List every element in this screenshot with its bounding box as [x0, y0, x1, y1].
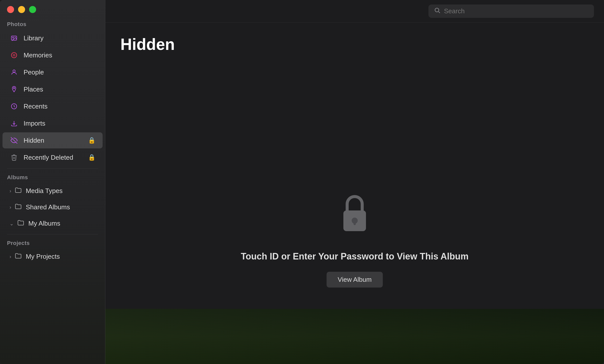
my-albums-label: My Albums	[28, 220, 60, 227]
my-albums-chevron: ⌄	[10, 221, 14, 227]
sidebar-item-library-label: Library	[24, 34, 96, 42]
svg-rect-13	[354, 221, 356, 225]
my-projects-chevron: ›	[10, 254, 11, 259]
people-icon	[10, 68, 19, 77]
media-types-folder-icon	[15, 187, 22, 195]
sidebar-item-people-label: People	[24, 68, 96, 76]
sidebar-item-recents[interactable]: Recents	[3, 98, 103, 114]
imports-icon	[10, 119, 19, 128]
lock-message: Touch ID or Enter Your Password to View …	[241, 251, 469, 262]
svg-point-4	[13, 70, 15, 72]
sidebar-item-hidden-label: Hidden	[24, 137, 83, 144]
sidebar-item-memories[interactable]: Memories	[3, 47, 103, 63]
sidebar-item-imports-label: Imports	[24, 120, 96, 127]
shared-albums-label: Shared Albums	[26, 203, 70, 211]
search-input[interactable]	[444, 7, 588, 15]
search-icon	[434, 7, 440, 15]
big-lock-icon	[335, 190, 375, 241]
svg-point-5	[14, 87, 15, 89]
sidebar-group-my-albums[interactable]: ⌄ My Albums	[3, 216, 103, 231]
hidden-lock-icon: 🔒	[88, 137, 96, 144]
svg-point-1	[13, 37, 14, 38]
library-icon	[10, 34, 19, 43]
svg-line-10	[438, 12, 440, 13]
toolbar	[105, 0, 604, 23]
shared-albums-folder-icon	[15, 203, 22, 211]
projects-section-label: Projects	[0, 237, 105, 248]
sidebar-item-memories-label: Memories	[24, 51, 96, 59]
divider-albums	[7, 168, 98, 169]
hidden-icon	[10, 136, 19, 145]
my-projects-label: My Projects	[26, 253, 60, 260]
sidebar-item-places-label: Places	[24, 85, 96, 93]
sidebar-group-media-types[interactable]: › Media Types	[3, 183, 103, 199]
sidebar-item-people[interactable]: People	[3, 64, 103, 80]
sidebar-item-places[interactable]: Places	[3, 81, 103, 97]
svg-point-9	[435, 8, 439, 12]
main-content: Hidden Touch ID or Enter Your Password t…	[105, 0, 604, 364]
svg-point-3	[13, 54, 15, 56]
maximize-button[interactable]	[29, 6, 36, 13]
sidebar-item-library[interactable]: Library	[3, 30, 103, 46]
minimize-button[interactable]	[18, 6, 25, 13]
sidebar: Photos Library Memories	[0, 0, 105, 364]
memories-icon	[10, 51, 19, 60]
recently-deleted-lock-icon: 🔒	[88, 154, 96, 161]
lock-content: Touch ID or Enter Your Password to View …	[105, 168, 604, 309]
my-albums-folder-icon	[17, 219, 25, 228]
divider-projects	[7, 234, 98, 234]
sidebar-group-shared-albums[interactable]: › Shared Albums	[3, 200, 103, 215]
my-projects-folder-icon	[15, 252, 22, 261]
page-title: Hidden	[120, 35, 175, 54]
sidebar-item-hidden[interactable]: Hidden 🔒	[3, 132, 103, 148]
content-area: Hidden	[105, 23, 604, 188]
media-types-label: Media Types	[26, 187, 63, 195]
sidebar-group-my-projects[interactable]: › My Projects	[3, 249, 103, 264]
sidebar-item-recents-label: Recents	[24, 103, 96, 110]
albums-section-label: Albums	[0, 171, 105, 183]
search-bar[interactable]	[428, 5, 594, 18]
close-button[interactable]	[7, 6, 14, 13]
places-icon	[10, 85, 19, 94]
app-window: Photos Library Memories	[0, 0, 604, 364]
media-types-chevron: ›	[10, 188, 11, 194]
sidebar-item-imports[interactable]: Imports	[3, 115, 103, 131]
view-album-button[interactable]: View Album	[327, 272, 383, 288]
recents-icon	[10, 102, 19, 111]
traffic-lights	[0, 0, 105, 18]
sidebar-item-recently-deleted-label: Recently Deleted	[24, 154, 83, 161]
shared-albums-chevron: ›	[10, 204, 11, 210]
photos-section-label: Photos	[0, 18, 105, 30]
bottom-background	[105, 309, 604, 364]
recently-deleted-icon	[10, 153, 19, 162]
sidebar-item-recently-deleted[interactable]: Recently Deleted 🔒	[3, 149, 103, 165]
